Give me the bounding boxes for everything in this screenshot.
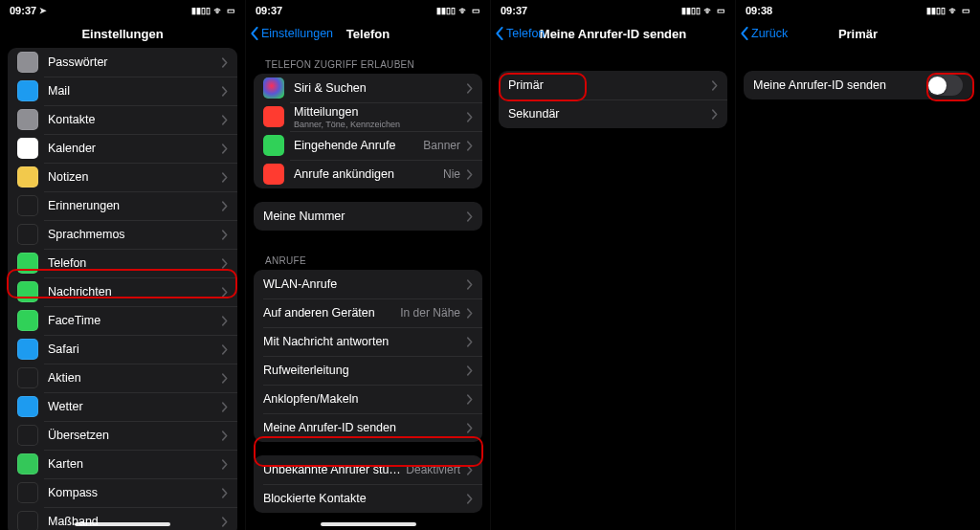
row-label: Safari: [48, 342, 215, 356]
page-title: Primär: [838, 27, 878, 41]
settings-row-facetime[interactable]: FaceTime: [8, 306, 237, 335]
wifi-icon: ᯤ: [458, 5, 469, 16]
wifi-icon: ᯤ: [948, 5, 959, 16]
chevron-right-icon: [221, 488, 228, 498]
back-label: Einstellungen: [261, 27, 333, 40]
home-indicator[interactable]: [75, 522, 170, 526]
nav-bar: Zurück Primär: [736, 19, 980, 48]
nav-bar: Telefon Meine Anrufer-ID senden: [491, 19, 735, 48]
row-label: Meine Anrufer-ID senden: [753, 78, 926, 92]
settings-row-aktien[interactable]: Aktien: [8, 364, 237, 392]
row-siri-suchen[interactable]: Siri & Suchen: [254, 74, 482, 102]
row-eingehende-anrufe[interactable]: Eingehende AnrufeBanner: [254, 131, 482, 160]
status-right: ▮▮▯▯ ᯤ ▭: [681, 5, 725, 16]
group-access: Siri & SuchenMitteilungenBanner, Töne, K…: [254, 74, 482, 188]
app-icon: [17, 281, 38, 302]
settings-row-erinnerungen[interactable]: Erinnerungen: [8, 191, 237, 220]
chevron-right-icon: [466, 83, 473, 94]
row-prim-r[interactable]: Primär: [499, 71, 727, 99]
settings-row-karten[interactable]: Karten: [8, 450, 237, 478]
row-wlan-anrufe[interactable]: WLAN-Anrufe: [254, 270, 482, 298]
row-label: Aktien: [48, 371, 215, 385]
chevron-right-icon: [221, 230, 228, 240]
row-sekund-r[interactable]: Sekundär: [499, 99, 727, 128]
row-label: Anklopfen/Makeln: [263, 392, 460, 406]
chevron-right-icon: [466, 494, 473, 504]
row-label: Unbekannte Anrufer stumm: [263, 463, 402, 476]
settings-row-übersetzen[interactable]: Übersetzen: [8, 421, 237, 450]
nav-bar: Einstellungen Telefon: [246, 19, 490, 48]
row-icon: [263, 77, 284, 99]
row-anrufe-ank-ndigen[interactable]: Anrufe ankündigenNie: [254, 160, 482, 188]
status-bar: 09:37 ▮▮▯▯ ᯤ ▭: [491, 0, 735, 19]
chevron-right-icon: [221, 57, 228, 68]
app-icon: [17, 511, 38, 530]
back-button[interactable]: Einstellungen: [250, 27, 333, 40]
settings-row-maßband[interactable]: Maßband: [8, 507, 237, 530]
toggle-send-callerid[interactable]: [926, 75, 963, 96]
row-sublabel: Banner, Töne, Kennzeichen: [294, 120, 460, 129]
row-label: Mail: [48, 84, 215, 98]
chevron-right-icon: [221, 517, 228, 527]
chevron-right-icon: [221, 316, 228, 326]
app-icon: [17, 396, 38, 417]
chevron-right-icon: [466, 169, 473, 180]
settings-row-notizen[interactable]: Notizen: [8, 163, 237, 191]
row-label: Meine Nummer: [263, 210, 460, 223]
settings-list: PasswörterMailKontakteKalenderNotizenEri…: [8, 48, 237, 530]
row-mit-nachricht-antworten[interactable]: Mit Nachricht antworten: [254, 327, 482, 356]
chevron-right-icon: [711, 109, 718, 120]
home-indicator[interactable]: [321, 522, 416, 526]
status-bar: 09:37 ▮▮▯▯ ᯤ ▭: [246, 0, 490, 19]
row-label: Notizen: [48, 170, 215, 184]
wifi-icon: ᯤ: [213, 5, 224, 16]
back-button[interactable]: Zurück: [740, 27, 788, 40]
app-icon: [17, 453, 38, 475]
row-unbekannte-anrufer-stumm[interactable]: Unbekannte Anrufer stummDeaktiviert: [254, 455, 482, 484]
row-blockierte-kontakte[interactable]: Blockierte Kontakte: [254, 484, 482, 513]
settings-row-passwörter[interactable]: Passwörter: [8, 48, 237, 77]
settings-row-sprachmemos[interactable]: Sprachmemos: [8, 220, 237, 249]
row-labelwrap: MitteilungenBanner, Töne, Kennzeichen: [294, 105, 460, 129]
row-label: Blockierte Kontakte: [263, 492, 460, 505]
settings-row-kalender[interactable]: Kalender: [8, 134, 237, 163]
app-icon: [17, 339, 38, 360]
status-time: 09:37: [256, 5, 282, 16]
battery-icon: ▭: [717, 6, 725, 15]
chevron-right-icon: [221, 144, 228, 154]
chevron-right-icon: [221, 459, 228, 470]
row-mitteilungen[interactable]: MitteilungenBanner, Töne, Kennzeichen: [254, 102, 482, 131]
back-button[interactable]: Telefon: [495, 27, 545, 40]
screen-primaer: 09:38 ▮▮▯▯ ᯤ ▭ Zurück Primär Meine Anruf…: [735, 0, 980, 530]
app-icon: [17, 425, 38, 446]
group-number: Meine Nummer: [254, 202, 482, 231]
settings-row-telefon[interactable]: Telefon: [8, 249, 237, 277]
dual-signal-icon: ▮▮▯▯: [191, 6, 211, 15]
back-label: Telefon: [506, 27, 545, 40]
row-label: Meine Anrufer-ID senden: [263, 421, 460, 434]
settings-row-kontakte[interactable]: Kontakte: [8, 105, 237, 134]
row-meine-anrufer-id-senden[interactable]: Meine Anrufer-ID senden: [254, 413, 482, 442]
dual-signal-icon: ▮▮▯▯: [436, 6, 456, 15]
settings-row-kompass[interactable]: Kompass: [8, 478, 237, 507]
row-auf-anderen-ger-ten[interactable]: Auf anderen GerätenIn der Nähe: [254, 298, 482, 327]
chevron-right-icon: [466, 141, 473, 151]
page-title: Meine Anrufer-ID senden: [540, 27, 686, 41]
screen-callerid: 09:37 ▮▮▯▯ ᯤ ▭ Telefon Meine Anrufer-ID …: [490, 0, 735, 530]
settings-row-wetter[interactable]: Wetter: [8, 392, 237, 421]
status-right: ▮▮▯▯ ᯤ ▭: [436, 5, 480, 16]
section-header-access: TELEFON ZUGRIFF ERLAUBEN: [254, 48, 482, 74]
settings-row-mail[interactable]: Mail: [8, 77, 237, 105]
wifi-icon: ᯤ: [703, 5, 714, 16]
app-icon: [17, 224, 38, 245]
row-send-callerid[interactable]: Meine Anrufer-ID senden: [744, 71, 972, 99]
group-toggle: Meine Anrufer-ID senden: [744, 71, 972, 99]
settings-row-nachrichten[interactable]: Nachrichten: [8, 277, 237, 306]
settings-row-safari[interactable]: Safari: [8, 335, 237, 364]
chevron-right-icon: [221, 344, 228, 355]
row-anklopfen-makeln[interactable]: Anklopfen/Makeln: [254, 385, 482, 413]
row-rufweiterleitung[interactable]: Rufweiterleitung: [254, 356, 482, 385]
row-meine-nummer[interactable]: Meine Nummer: [254, 202, 482, 231]
row-label: Rufweiterleitung: [263, 364, 460, 377]
chevron-right-icon: [221, 287, 228, 298]
